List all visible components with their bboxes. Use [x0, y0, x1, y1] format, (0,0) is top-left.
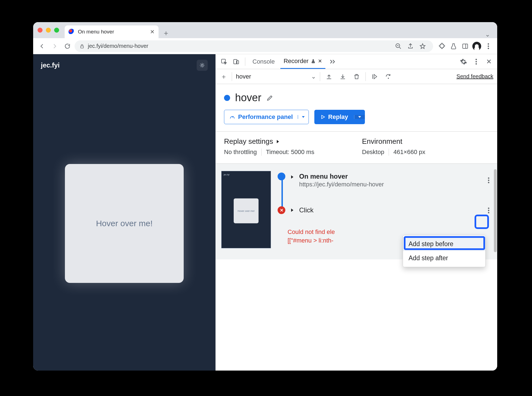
thumb-card: Hover over me!	[234, 199, 259, 223]
delete-button[interactable]	[352, 72, 362, 82]
svg-point-11	[476, 61, 477, 62]
svg-point-10	[476, 59, 477, 60]
download-icon	[339, 73, 346, 80]
divider	[261, 148, 262, 156]
devtools-close-button[interactable]: ✕	[484, 57, 494, 67]
devtools-tabbar: Console Recorder ✕ ✕	[216, 54, 497, 69]
import-button[interactable]	[338, 72, 348, 82]
divider	[320, 72, 320, 81]
new-tab-button[interactable]: ＋	[161, 28, 171, 38]
screenshot-thumbnail[interactable]: jec.fyi Hover over me!	[221, 171, 271, 248]
send-feedback-link[interactable]: Send feedback	[457, 73, 493, 80]
step-context-menu: Add step before Add step after	[403, 235, 486, 267]
replay-button[interactable]: Replay	[314, 110, 365, 124]
chevrons-right-icon	[330, 59, 336, 64]
browser-tab[interactable]: On menu hover ✕	[65, 25, 159, 38]
continue-button[interactable]	[370, 72, 380, 82]
svg-rect-0	[81, 46, 84, 48]
minimize-window-icon[interactable]	[46, 28, 51, 33]
inspect-icon	[221, 58, 227, 65]
edit-name-button[interactable]	[266, 94, 273, 101]
site-title[interactable]: jec.fyi	[41, 61, 60, 69]
svg-point-12	[476, 63, 477, 64]
hover-card[interactable]: Hover over me!	[65, 164, 184, 283]
omnibox[interactable]: jec.fyi/demo/menu-hover	[75, 40, 433, 52]
recorder-toolbar: ＋ hover ⌄ Send feedback	[216, 69, 497, 84]
labs-button[interactable]	[448, 41, 459, 52]
play-bar-icon	[371, 73, 378, 80]
back-button[interactable]	[36, 41, 48, 52]
step-button[interactable]	[383, 72, 393, 82]
performance-panel-button[interactable]: Performance panel	[224, 110, 309, 124]
bookmark-button[interactable]	[417, 41, 428, 52]
caret-right-icon	[290, 174, 294, 180]
tab-console[interactable]: Console	[249, 54, 278, 69]
theme-toggle-button[interactable]	[197, 60, 208, 71]
page-body: Hover over me!	[33, 76, 215, 371]
forward-button[interactable]	[49, 41, 60, 52]
recording-header: hover	[216, 84, 497, 104]
more-tabs-button[interactable]	[328, 57, 338, 67]
side-panel-button[interactable]	[460, 41, 471, 52]
step-menu-button[interactable]	[486, 176, 492, 184]
reload-button[interactable]	[62, 41, 73, 52]
step-row[interactable]: ✕ Click	[276, 205, 492, 220]
environment-value: Desktop 461×660 px	[362, 148, 489, 156]
step-error-icon: ✕	[278, 206, 285, 214]
replay-dropdown[interactable]	[354, 115, 365, 119]
svg-point-13	[388, 78, 389, 79]
share-icon	[407, 43, 414, 50]
svg-point-6	[201, 64, 203, 66]
close-window-icon[interactable]	[38, 28, 43, 33]
recording-status-icon	[224, 95, 230, 101]
recorder-body: hover Performance panel	[216, 84, 497, 371]
svg-point-5	[488, 48, 489, 49]
close-tab-icon[interactable]: ✕	[150, 28, 155, 35]
avatar-icon	[472, 42, 481, 51]
chrome-menu-button[interactable]	[483, 41, 494, 52]
share-button[interactable]	[405, 41, 416, 52]
inspect-element-button[interactable]	[219, 57, 229, 67]
step-menu-button[interactable]	[486, 206, 492, 215]
arrow-right-icon	[51, 43, 58, 50]
export-button[interactable]	[324, 72, 334, 82]
devtools-menu-button[interactable]	[471, 57, 481, 67]
kebab-icon	[488, 43, 489, 49]
menu-item-add-step-after[interactable]: Add step after	[403, 251, 485, 265]
reload-icon	[64, 43, 71, 50]
card-text: Hover over me!	[96, 219, 152, 228]
favicon-icon	[69, 29, 75, 35]
step-title: Click	[299, 206, 481, 214]
kebab-icon	[488, 207, 489, 213]
rendered-page: jec.fyi Hover over me!	[33, 54, 215, 371]
extensions-button[interactable]	[436, 41, 447, 52]
recorder-actions	[324, 72, 362, 82]
svg-rect-2	[463, 44, 468, 48]
tab-recorder-label: Recorder	[284, 58, 309, 65]
flask-icon	[450, 43, 457, 50]
divider	[245, 58, 245, 66]
close-tab-icon[interactable]: ✕	[318, 58, 322, 64]
tabs-overflow-button[interactable]: ⌄	[482, 31, 493, 38]
kebab-icon	[475, 59, 477, 65]
tab-recorder[interactable]: Recorder ✕	[280, 54, 325, 69]
replay-settings-header[interactable]: Replay settings	[224, 137, 351, 146]
devtools-settings-button[interactable]	[459, 57, 468, 67]
kebab-icon	[488, 177, 489, 183]
menu-item-add-step-before[interactable]: Add step before	[403, 237, 485, 251]
step-row[interactable]: On menu hover https://jec.fyi/demo/menu-…	[276, 171, 492, 194]
device-toolbar-button[interactable]	[231, 57, 241, 67]
maximize-window-icon[interactable]	[54, 28, 59, 33]
zoom-button[interactable]	[393, 41, 404, 52]
settings-section: Replay settings No throttling Timeout: 5…	[216, 131, 497, 164]
zoom-out-icon	[395, 43, 402, 50]
new-recording-button[interactable]: ＋	[220, 72, 228, 81]
device-value: Desktop	[362, 148, 384, 156]
scrollbar[interactable]	[494, 169, 497, 252]
profile-button[interactable]	[471, 41, 482, 52]
performance-panel-label: Performance panel	[238, 113, 293, 121]
performance-dropdown[interactable]	[298, 115, 309, 119]
divider	[365, 72, 366, 81]
recording-selector[interactable]: hover ⌄	[236, 73, 316, 80]
tab-strip: On menu hover ✕ ＋ ⌄	[33, 22, 497, 38]
